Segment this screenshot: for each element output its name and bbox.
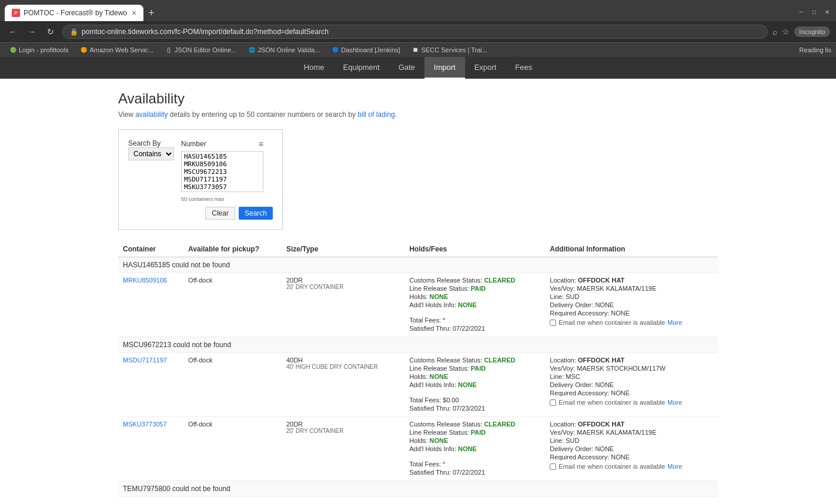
number-label: Number [181,140,206,148]
container-cell: MRKU8509106 [118,273,183,337]
app-nav: Home Equipment Gate Import Export Fees [0,57,836,79]
back-button[interactable]: ← [6,27,20,36]
line-status-value: PAID [471,365,486,372]
delivery-order: Delivery Order: NONE [550,445,713,452]
textarea-wrapper: HASU1465185 MRKU8509106 MSCU9672213 MSDU… [181,151,263,194]
new-tab-button[interactable]: + [143,7,159,19]
bookmark-profittools[interactable]: 🟢 Login - profittools [5,45,73,55]
search-box: Search By Contains Number ≡ HASU1465185 … [118,129,283,230]
addl-holds: Add'l Holds Info: NONE [409,381,540,388]
availability-link[interactable]: availability [135,110,168,119]
container-link-msdu7171197[interactable]: MSDU7171197 [123,357,167,364]
additional-cell: Location: OFFDOCK HAT Ves/Voy: MAERSK KA… [545,273,718,337]
search-row: Search By Contains Number ≡ HASU1465185 … [128,139,273,202]
size-code: 20DR [286,421,400,428]
search-icon-btn[interactable]: ⌕ [773,27,777,36]
bookmark-json-validator[interactable]: 🌐 JSON Online Valida... [243,45,325,55]
nav-fees[interactable]: Fees [506,57,541,79]
location: Location: OFFDOCK HAT [550,357,713,364]
holds: Holds: NONE [409,373,540,380]
clear-button[interactable]: Clear [205,207,235,220]
email-me-label: Email me when container is available [559,319,665,326]
bookmark-label-aws: Amazon Web Servic... [89,46,153,53]
line-info: Line: SUD [550,293,713,300]
total-fees: Total Fees: $0.00 [409,389,540,404]
ves-voy: Ves/Voy: MAERSK KALAMATA/119E [550,285,713,292]
browser-tab[interactable]: P POMTOC - Forecast® by Tidewo × [5,5,143,21]
table-row: MRKU8509106 Off-dock 20DR 20' DRY CONTAI… [118,273,718,337]
address-bar[interactable]: 🔒 pomtoc-online.tideworks.com/fc-POM/imp… [62,25,768,39]
reload-button[interactable]: ↻ [44,27,58,36]
holds: Holds: NONE [409,437,540,444]
required-accessory: Required Accessory: NONE [550,389,713,397]
container-cell: MSDU7171197 [118,353,183,417]
email-me-checkbox-msku[interactable] [550,463,556,470]
forward-button[interactable]: → [25,27,39,36]
bookmark-icon-profittools: 🟢 [9,46,16,53]
table-row: MSCU9672213 could not be found [118,337,718,353]
max-label: 50 containers max [181,196,263,202]
nav-export[interactable]: Export [465,57,506,79]
table-row: MSKU3773057 Off-dock 20DR 20' DRY CONTAI… [118,417,718,481]
email-me-checkbox-msdu[interactable] [550,399,556,406]
more-link-mrku[interactable]: More [667,319,682,326]
address-bar-row: ← → ↻ 🔒 pomtoc-online.tideworks.com/fc-P… [0,21,836,42]
col-size-type: Size/Type [282,241,404,257]
search-button[interactable]: Search [239,207,273,220]
location: Location: OFFDOCK HAT [550,277,713,284]
minimize-button[interactable]: ─ [797,8,805,16]
container-numbers-input[interactable]: HASU1465185 MRKU8509106 MSCU9672213 MSDU… [181,151,263,192]
nav-gate[interactable]: Gate [389,57,424,79]
table-row: TEMU7975800 could not be found [118,481,718,497]
holds-value: NONE [429,437,448,444]
email-me-checkbox-mrku[interactable] [550,320,556,326]
results-table: Container Available for pickup? Size/Typ… [118,241,718,497]
nav-home[interactable]: Home [295,57,334,79]
bill-of-lading-link[interactable]: bill of lading [357,110,394,119]
close-tab-button[interactable]: × [132,8,136,18]
container-link-msku3773057[interactable]: MSKU3773057 [123,421,167,428]
col-available: Available for pickup? [183,241,282,257]
more-link-msdu[interactable]: More [667,399,682,406]
container-link-mrku8509106[interactable]: MRKU8509106 [123,277,167,284]
maximize-button[interactable]: □ [810,8,818,16]
size-type-cell: 20DR 20' DRY CONTAINER [282,417,404,481]
required-accessory: Required Accessory: NONE [550,453,713,461]
size-type-cell: 40DH 40' HIGH CUBE DRY CONTAINER [282,353,404,417]
addl-holds: Add'l Holds Info: NONE [409,301,540,308]
number-menu-icon[interactable]: ≡ [259,139,263,149]
location-value: OFFDOCK HAT [578,421,624,428]
bookmark-jenkins[interactable]: 🔵 Dashboard [Jenkins] [327,45,404,55]
lock-icon: 🔒 [70,28,78,36]
holds-fees-cell: Customs Release Status: CLEARED Line Rel… [404,353,545,417]
available-cell: Off-dock [183,273,282,337]
bookmark-icon-json-validator: 🌐 [248,46,255,53]
incognito-button[interactable]: Incognito [794,26,830,37]
satisfied-thru: Satisfied Thru: 07/23/2021 [409,405,540,412]
search-by-label: Search By [128,139,174,147]
close-button[interactable]: ✕ [823,8,831,16]
email-me-row: Email me when container is available Mor… [550,399,713,406]
url-text: pomtoc-online.tideworks.com/fc-POM/impor… [82,28,329,36]
bookmark-aws[interactable]: 🟠 Amazon Web Servic... [75,45,158,55]
bookmark-label-jenkins: Dashboard [Jenkins] [341,46,400,53]
bookmarks-bar: 🟢 Login - profittools 🟠 Amazon Web Servi… [0,42,836,57]
holds-value: NONE [429,293,448,300]
addl-holds: Add'l Holds Info: NONE [409,445,540,452]
line-status-value: PAID [471,285,486,292]
available-cell: Off-dock [183,417,282,481]
more-link-msku[interactable]: More [667,463,682,470]
nav-import[interactable]: Import [424,57,465,79]
nav-equipment[interactable]: Equipment [334,57,389,79]
table-body: HASU1465185 could not be found MRKU85091… [118,257,718,497]
email-me-label: Email me when container is available [559,399,665,406]
not-found-message: HASU1465185 could not be found [118,257,718,273]
additional-cell: Location: OFFDOCK HAT Ves/Voy: MAERSK ST… [545,353,718,417]
tab-title: POMTOC - Forecast® by Tidewo [24,9,127,17]
bookmark-label-json-editor: JSON Editor Online... [175,46,236,53]
bookmark-secc[interactable]: 🔲 SECC Services | Trai... [407,45,492,55]
required-accessory: Required Accessory: NONE [550,310,713,317]
contains-select[interactable]: Contains [128,147,174,160]
bookmark-star-button[interactable]: ☆ [782,27,790,36]
bookmark-json-editor[interactable]: {} JSON Editor Online... [160,45,241,55]
